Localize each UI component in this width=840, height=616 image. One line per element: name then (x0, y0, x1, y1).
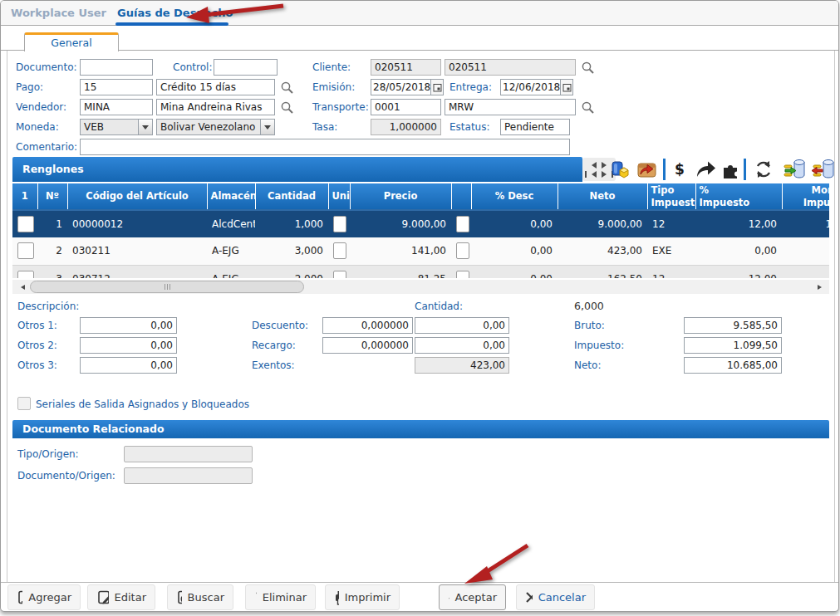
cell-uni[interactable] (328, 265, 350, 278)
descuento-input[interactable] (415, 317, 509, 334)
row-selector-cell[interactable] (12, 237, 37, 265)
cell-check[interactable] (451, 265, 471, 278)
grid-row-1[interactable]: 1 00000012 AlcdCentr 1,000 9.000,00 0,00… (12, 210, 829, 237)
panel-border-left (7, 51, 7, 582)
plugin-tool-button[interactable] (720, 160, 740, 180)
col-header-desc[interactable]: % Desc (471, 183, 558, 210)
seriales-checkbox[interactable] (17, 397, 31, 410)
col-header-num[interactable]: Nº (37, 183, 67, 210)
cell-check[interactable] (451, 210, 471, 237)
impuesto-input[interactable] (684, 337, 782, 354)
control-input[interactable] (214, 59, 278, 76)
refresh-tool-button[interactable] (752, 159, 775, 180)
first-record-icon[interactable] (588, 171, 597, 178)
pago-name-input[interactable] (156, 79, 275, 95)
col-header-indicator[interactable]: 1 (12, 183, 37, 210)
impuesto-label: Impuesto: (574, 337, 624, 354)
tasa-input[interactable] (371, 119, 441, 135)
editar-button[interactable]: Editar (87, 584, 155, 610)
export-tool-button[interactable] (635, 159, 658, 180)
aceptar-button[interactable]: Aceptar (439, 584, 506, 610)
entrega-calendar-button[interactable] (560, 80, 572, 95)
col-header-uni[interactable]: Uni (328, 183, 350, 210)
grid-row-3[interactable]: 3 030712 A-EJG 2,000 81,25 0,00 162,50 1… (12, 265, 829, 278)
otros1-input[interactable] (80, 317, 177, 334)
vendedor-search-icon[interactable] (280, 100, 294, 115)
emision-field[interactable]: 28/05/2018 (371, 79, 444, 95)
scroll-right-button[interactable] (813, 280, 828, 294)
otros2-input[interactable] (80, 337, 177, 354)
scrollbar-thumb[interactable] (30, 281, 304, 293)
documento-origen-input[interactable] (124, 467, 253, 484)
emision-label: Emisión: (312, 79, 355, 95)
col-header-tipo-impuesto[interactable]: Tipo Impuesto (647, 183, 695, 210)
moneda-code-dropdown-button[interactable] (138, 120, 152, 134)
entrega-field[interactable]: 12/06/2018 (500, 79, 573, 95)
imprimir-label: Imprimir (345, 591, 391, 604)
col-header-neto[interactable]: Neto (558, 183, 647, 210)
cell-uni[interactable] (328, 237, 350, 265)
cell-cantidad: 1,000 (255, 210, 328, 237)
comentario-input[interactable] (80, 139, 570, 155)
cell-uni[interactable] (328, 210, 350, 237)
cliente-code-input[interactable] (371, 59, 441, 76)
forward-tool-button[interactable] (694, 159, 717, 180)
renglones-grid: 1 Nº Código del Artículo Almacén Cantida… (12, 183, 829, 278)
scroll-left-button[interactable] (14, 280, 28, 294)
agregar-button[interactable]: Agregar (7, 584, 81, 610)
moneda-name-select[interactable]: Bolivar Venezolano (156, 119, 275, 135)
row-selector-cell[interactable] (12, 265, 37, 278)
panel-border-right (834, 51, 835, 582)
cell-check[interactable] (451, 237, 471, 265)
last-record-icon[interactable] (602, 171, 610, 178)
transporte-code-input[interactable] (371, 99, 441, 115)
tab-general[interactable]: General (24, 32, 119, 51)
grid-row-2[interactable]: 2 030211 A-EJG 3,000 141,00 0,00 423,00 … (12, 237, 829, 265)
row-selector-cell[interactable] (12, 210, 37, 237)
col-header-monto-impuesto[interactable]: Monto Impuesto (782, 183, 829, 210)
recargo-input[interactable] (415, 337, 509, 354)
transporte-name-input[interactable] (445, 99, 576, 115)
prev-record-icon[interactable] (588, 162, 597, 169)
moneda-name-dropdown-button[interactable] (260, 120, 274, 134)
imprimir-button[interactable]: Imprimir (325, 584, 400, 610)
otros3-input[interactable] (80, 357, 177, 374)
documento-input[interactable] (80, 59, 153, 76)
grid-horizontal-scrollbar[interactable] (12, 280, 829, 294)
transporte-search-icon[interactable] (581, 100, 595, 115)
entrega-label: Entrega: (449, 79, 492, 95)
next-record-icon[interactable] (602, 162, 610, 169)
toolbar-separator (663, 159, 666, 180)
pago-code-input[interactable] (80, 79, 153, 95)
db-export-tool-button[interactable] (810, 158, 835, 181)
tipo-origen-input[interactable] (124, 446, 253, 462)
col-header-cantidad[interactable]: Cantidad (255, 183, 328, 210)
cell-pimp: 12,00 (695, 210, 782, 237)
col-header-almacen[interactable]: Almacén (207, 183, 255, 210)
exentos-input[interactable] (415, 357, 509, 374)
export-package-icon (636, 159, 657, 179)
tab-workplace-user[interactable]: Workplace User (11, 1, 106, 26)
currency-tool-button[interactable]: $ (671, 159, 689, 180)
buscar-button[interactable]: Buscar (167, 584, 233, 610)
col-header-precio[interactable]: Precio (350, 183, 451, 210)
neto-total-input[interactable] (684, 357, 782, 374)
col-header-codigo[interactable]: Código del Artículo (67, 183, 207, 210)
cubes-tool-button[interactable] (610, 159, 631, 180)
bruto-input[interactable] (684, 317, 782, 334)
col-header-blank[interactable] (451, 183, 471, 210)
moneda-code-select[interactable]: VEB (80, 119, 153, 135)
pago-search-icon[interactable] (280, 81, 294, 95)
descuento-pct-input[interactable] (322, 317, 413, 334)
col-header-pct-impuesto[interactable]: % Impuesto (695, 183, 782, 210)
vendedor-name-input[interactable] (156, 99, 275, 115)
estatus-input[interactable] (500, 119, 570, 135)
cancelar-button[interactable]: Cancelar (516, 584, 595, 610)
vendedor-code-input[interactable] (80, 99, 153, 115)
recargo-pct-input[interactable] (322, 337, 413, 354)
cliente-name-input[interactable] (445, 59, 576, 76)
emision-calendar-button[interactable] (430, 80, 443, 95)
db-import-tool-button[interactable] (783, 158, 808, 181)
eliminar-button[interactable]: Eliminar (245, 584, 316, 610)
cliente-search-icon[interactable] (581, 61, 595, 75)
